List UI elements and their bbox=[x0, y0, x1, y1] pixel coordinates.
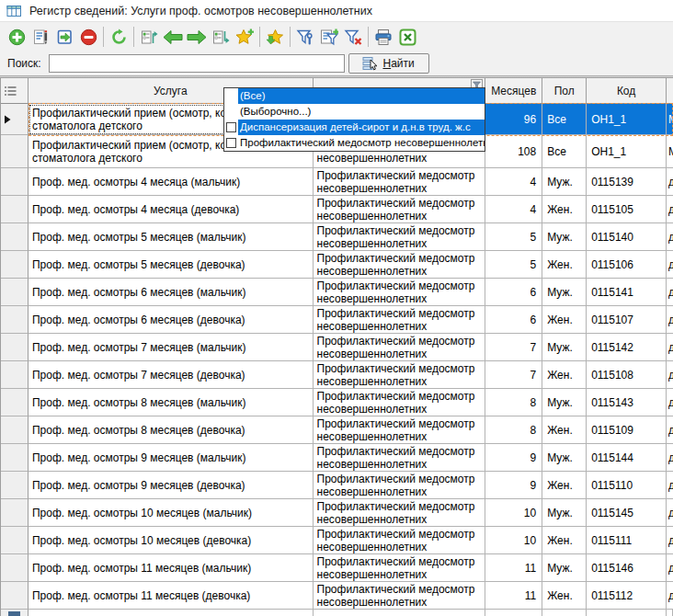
code-cell[interactable]: 0115145 bbox=[587, 499, 667, 527]
svc-cell[interactable]: Проф. мед. осмотры 4 месяца (девочка) bbox=[29, 196, 314, 223]
svc-cell[interactable]: Проф. мед. осмотры 6 месяцев (девочка) bbox=[29, 306, 314, 334]
filter-option[interactable]: (Все) bbox=[224, 88, 485, 104]
frag-cell[interactable]: д bbox=[667, 554, 673, 582]
exam-cell[interactable]: Профилактический медосмотр несовершеннол… bbox=[314, 527, 486, 554]
exam-cell[interactable]: Профилактический медосмотр несовершеннол… bbox=[314, 279, 486, 306]
row-header-cell[interactable] bbox=[1, 104, 29, 135]
column-header-months[interactable]: Месяцев bbox=[485, 78, 542, 104]
code-cell[interactable]: 0115106 bbox=[587, 251, 667, 279]
code-cell[interactable]: 0115107 bbox=[587, 306, 667, 334]
table-row[interactable]: Проф. мед. осмотры 7 месяцев (мальчик)Пр… bbox=[1, 334, 673, 361]
exam-cell[interactable]: Профилактический медосмотр несовершеннол… bbox=[314, 251, 486, 279]
svc-cell[interactable]: Проф. мед. осмотры 10 месяцев (девочка) bbox=[29, 527, 314, 554]
mon-cell[interactable]: 10 bbox=[485, 527, 542, 554]
code-cell[interactable]: 0115110 bbox=[587, 472, 667, 499]
mon-cell[interactable]: 4 bbox=[485, 168, 542, 196]
frag-cell[interactable]: М bbox=[667, 135, 673, 168]
row-header-cell[interactable] bbox=[1, 527, 29, 554]
sex-cell[interactable]: Муж. bbox=[542, 334, 587, 361]
records-next-button[interactable] bbox=[209, 24, 233, 50]
mon-cell[interactable]: 96 bbox=[485, 104, 542, 135]
column-header-sex[interactable]: Пол bbox=[542, 78, 587, 104]
exam-cell[interactable]: Профилактический медосмотр несовершеннол… bbox=[314, 196, 486, 223]
table-row[interactable]: Проф. мед. осмотры 8 месяцев (мальчик)Пр… bbox=[1, 389, 673, 416]
search-input[interactable] bbox=[49, 54, 345, 73]
filter-settings-button[interactable] bbox=[293, 24, 317, 50]
copy-button[interactable] bbox=[52, 24, 76, 50]
svc-cell[interactable]: Проф. мед. осмотры 9 месяцев (мальчик) bbox=[29, 444, 314, 472]
table-row[interactable]: Проф. мед. осмотры 5 месяцев (мальчик)Пр… bbox=[1, 223, 673, 251]
exam-cell[interactable]: Профилактический медосмотр несовершеннол… bbox=[314, 554, 486, 582]
mon-cell[interactable]: 5 bbox=[485, 223, 542, 251]
records-prev-button[interactable] bbox=[137, 24, 161, 50]
code-cell[interactable]: 0115105 bbox=[587, 196, 667, 223]
row-header-cell[interactable] bbox=[1, 582, 29, 610]
mon-cell[interactable]: 4 bbox=[485, 196, 542, 223]
table-row[interactable]: Проф. мед. осмотры 11 месяцев (девочка)П… bbox=[1, 582, 673, 610]
svc-cell[interactable]: Проф. мед. осмотры 4 месяца (мальчик) bbox=[29, 168, 314, 196]
table-row[interactable]: Проф. мед. осмотры 10 месяцев (мальчик)П… bbox=[1, 499, 673, 527]
table-row[interactable]: Проф. мед. осмотры 8 месяцев (девочка)Пр… bbox=[1, 416, 673, 444]
column-header-code[interactable]: Код bbox=[587, 78, 667, 104]
mon-cell[interactable]: 8 bbox=[485, 416, 542, 444]
row-header-cell[interactable] bbox=[1, 444, 29, 472]
sex-cell[interactable]: Жен. bbox=[542, 251, 587, 279]
filter-option[interactable]: Профилактический медосмотр несовершеннол… bbox=[224, 135, 485, 151]
sex-cell[interactable]: Жен. bbox=[542, 306, 587, 334]
table-row[interactable]: Проф. мед. осмотры 6 месяцев (девочка)Пр… bbox=[1, 306, 673, 334]
arrow-right-button[interactable] bbox=[185, 24, 209, 50]
refresh-button[interactable] bbox=[107, 24, 131, 50]
code-cell[interactable]: 0115141 bbox=[587, 279, 667, 306]
mon-cell[interactable]: 9 bbox=[485, 444, 542, 472]
svc-cell[interactable]: Проф. мед. осмотры 7 месяцев (девочка) bbox=[29, 361, 314, 389]
svc-cell[interactable]: Проф. мед. осмотры 8 месяцев (девочка) bbox=[29, 416, 314, 444]
sex-cell[interactable]: Муж. bbox=[542, 499, 587, 527]
row-header-cell[interactable] bbox=[1, 554, 29, 582]
row-header-cell[interactable] bbox=[1, 334, 29, 361]
code-cell[interactable]: 0115112 bbox=[587, 582, 667, 610]
exam-cell[interactable]: Профилактический медосмотр несовершеннол… bbox=[314, 334, 486, 361]
mon-cell[interactable]: 9 bbox=[485, 472, 542, 499]
code-cell[interactable]: 0115108 bbox=[587, 361, 667, 389]
mon-cell[interactable]: 6 bbox=[485, 279, 542, 306]
frag-cell[interactable]: д bbox=[667, 168, 673, 196]
mon-cell[interactable]: 10 bbox=[485, 499, 542, 527]
filter-option[interactable]: Диспансеризация детей-сирот и д.н.в труд… bbox=[224, 120, 485, 135]
filter-option[interactable]: (Выборочно...) bbox=[224, 104, 485, 120]
table-row[interactable]: Проф. мед. осмотры 4 месяца (девочка)Про… bbox=[1, 196, 673, 223]
mon-cell[interactable]: 7 bbox=[485, 334, 542, 361]
svc-cell[interactable]: Проф. мед. осмотры 10 месяцев (мальчик) bbox=[29, 499, 314, 527]
sex-cell[interactable]: Муж. bbox=[542, 389, 587, 416]
svc-cell[interactable]: Проф. мед. осмотры 9 месяцев (девочка) bbox=[29, 472, 314, 499]
sex-cell[interactable]: Муж. bbox=[542, 554, 587, 582]
mon-cell[interactable]: 5 bbox=[485, 251, 542, 279]
svc-cell[interactable]: Проф. мед. осмотры 5 месяцев (девочка) bbox=[29, 251, 314, 279]
mon-cell[interactable]: 108 bbox=[485, 135, 542, 168]
frag-cell[interactable]: д bbox=[667, 279, 673, 306]
mon-cell[interactable]: 11 bbox=[485, 554, 542, 582]
code-cell[interactable]: 0115146 bbox=[587, 554, 667, 582]
exam-cell[interactable]: Профилактический медосмотр несовершеннол… bbox=[314, 472, 486, 499]
sex-cell[interactable]: Жен. bbox=[542, 416, 587, 444]
exam-cell[interactable]: Профилактический медосмотр несовершеннол… bbox=[314, 582, 486, 610]
row-header-cell[interactable] bbox=[1, 306, 29, 334]
code-cell[interactable]: 0115139 bbox=[587, 168, 667, 196]
code-cell[interactable]: 0115109 bbox=[587, 416, 667, 444]
frag-cell[interactable]: д bbox=[667, 389, 673, 416]
table-row[interactable]: Проф. мед. осмотры 11 месяцев (мальчик)П… bbox=[1, 554, 673, 582]
frag-cell[interactable]: д bbox=[667, 582, 673, 610]
code-cell[interactable]: ОН1_1 bbox=[587, 135, 667, 168]
svc-cell[interactable]: Проф. мед. осмотры 5 месяцев (мальчик) bbox=[29, 223, 314, 251]
frag-cell[interactable]: д bbox=[667, 416, 673, 444]
code-cell[interactable]: ОН1_1 bbox=[587, 104, 667, 135]
sex-cell[interactable]: Муж. bbox=[542, 279, 587, 306]
exam-cell[interactable]: Профилактический медосмотр несовершеннол… bbox=[314, 168, 486, 196]
exam-cell[interactable]: Профилактический медосмотр несовершеннол… bbox=[314, 306, 486, 334]
mon-cell[interactable]: 11 bbox=[485, 582, 542, 610]
mon-cell[interactable]: 8 bbox=[485, 389, 542, 416]
exam-cell[interactable]: Профилактический медосмотр несовершеннол… bbox=[314, 499, 486, 527]
frag-cell[interactable]: д bbox=[667, 361, 673, 389]
star-go-button[interactable] bbox=[263, 24, 287, 50]
table-row[interactable]: Проф. мед. осмотры 7 месяцев (девочка)Пр… bbox=[1, 361, 673, 389]
code-cell[interactable]: 0115144 bbox=[587, 444, 667, 472]
